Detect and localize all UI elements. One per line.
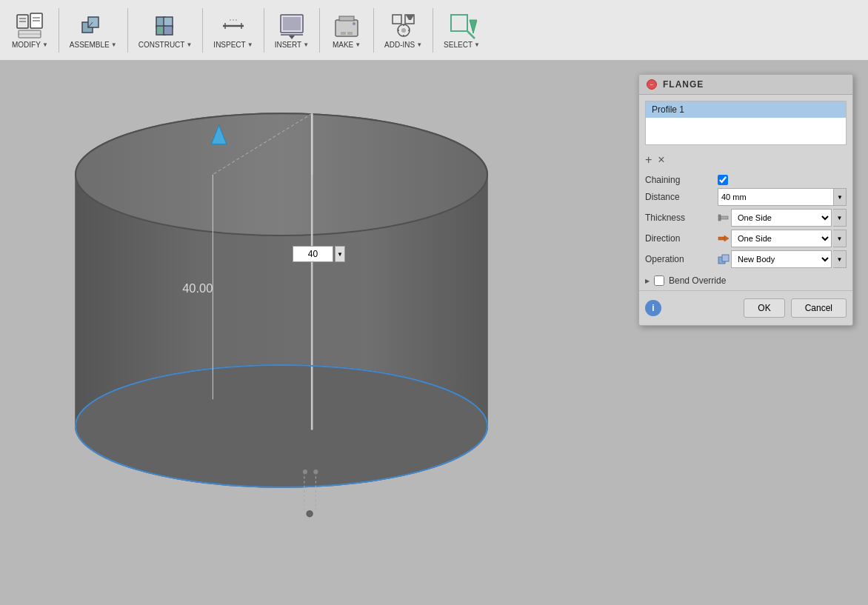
svg-rect-20: [283, 17, 301, 30]
distance-dropdown-arrow[interactable]: ▼: [833, 188, 847, 206]
toolbar-assemble[interactable]: ASSEMBLE ▼: [64, 8, 123, 52]
svg-rect-25: [341, 32, 346, 35]
modify-label: MODIFY ▼: [12, 41, 48, 49]
modify-arrow-icon: ▼: [42, 41, 48, 48]
operation-label: Operation: [645, 254, 712, 264]
svg-rect-57: [721, 216, 728, 219]
divider-7: [433, 8, 433, 53]
direction-label: Direction: [645, 233, 712, 244]
bend-override-expand-icon[interactable]: ▶: [645, 278, 650, 284]
bend-override-checkbox[interactable]: [654, 275, 664, 286]
addins-arrow-icon: ▼: [416, 41, 422, 48]
insert-icon: [277, 11, 307, 41]
dimension-input-container: ▼: [293, 246, 345, 262]
toolbar-make[interactable]: MAKE ▼: [324, 8, 369, 52]
toolbar-select[interactable]: SELECT ▼: [438, 8, 486, 52]
3d-model: 40.00: [22, 98, 541, 579]
select-label: SELECT ▼: [444, 41, 480, 49]
divider-6: [373, 8, 374, 53]
dimension-input[interactable]: [293, 246, 333, 262]
addins-icon: [389, 11, 418, 41]
svg-rect-14: [164, 26, 173, 35]
bend-override-label: Bend Override: [669, 275, 726, 286]
profile-add-button[interactable]: +: [645, 154, 652, 166]
svg-point-53: [307, 511, 313, 517]
profile-remove-button[interactable]: ×: [658, 154, 664, 166]
assemble-label: ASSEMBLE ▼: [70, 41, 117, 49]
direction-select[interactable]: One Side Symmetric Two Sides: [731, 230, 832, 247]
construct-icon: [150, 11, 180, 41]
distance-label: Distance: [645, 192, 712, 202]
direction-select-arrow[interactable]: ▼: [833, 230, 847, 247]
svg-text:40.00: 40.00: [182, 281, 213, 295]
flange-title-bar: − FLANGE: [639, 75, 852, 95]
profile-list-area: Profile 1: [645, 101, 847, 145]
toolbar-addins[interactable]: ADD-INS ▼: [378, 8, 428, 52]
profile-actions: + ×: [639, 151, 852, 172]
thickness-value: One Side Two Sides ▼: [718, 209, 847, 227]
svg-point-43: [76, 113, 487, 235]
divider-2: [127, 8, 128, 53]
svg-point-54: [303, 469, 307, 474]
ok-button[interactable]: OK: [744, 298, 784, 318]
toolbar-construct[interactable]: CONSTRUCT ▼: [133, 8, 198, 52]
svg-rect-36: [451, 15, 467, 31]
svg-rect-26: [347, 32, 353, 35]
flange-panel: − FLANGE Profile 1 + × Chaining Distance…: [638, 74, 853, 326]
panel-bottom: i OK Cancel: [639, 290, 852, 325]
operation-icon: [718, 253, 730, 265]
divider-3: [202, 8, 203, 53]
bend-override-row: ▶ Bend Override: [639, 271, 852, 290]
action-buttons: OK Cancel: [744, 298, 847, 318]
direction-icon: [718, 233, 730, 244]
svg-point-31: [401, 28, 406, 33]
operation-select-arrow[interactable]: ▼: [833, 250, 847, 268]
addins-label: ADD-INS ▼: [384, 41, 422, 49]
thickness-select-arrow[interactable]: ▼: [833, 209, 847, 227]
svg-marker-22: [289, 36, 295, 39]
toolbar-modify[interactable]: MODIFY ▼: [6, 8, 54, 52]
select-arrow-icon: ▼: [474, 41, 480, 48]
flange-title: FLANGE: [663, 79, 704, 90]
svg-point-27: [353, 22, 355, 25]
assemble-icon: [79, 11, 108, 41]
dimension-arrow-btn[interactable]: ▼: [335, 246, 345, 262]
divider-4: [264, 8, 264, 53]
inspect-label: INSPECT ▼: [213, 41, 253, 49]
make-icon: [332, 11, 361, 41]
thickness-select[interactable]: One Side Two Sides: [731, 209, 832, 227]
svg-rect-28: [393, 15, 401, 24]
profile-item[interactable]: Profile 1: [646, 101, 846, 118]
operation-select[interactable]: New Body Join Cut Intersect: [731, 250, 832, 268]
direction-value: One Side Symmetric Two Sides ▼: [718, 230, 847, 247]
svg-rect-58: [718, 237, 724, 240]
construct-arrow-icon: ▼: [186, 41, 192, 48]
chaining-value: [718, 175, 847, 185]
toolbar-insert[interactable]: INSERT ▼: [269, 8, 315, 52]
svg-marker-59: [724, 235, 729, 241]
distance-value: ▼: [718, 188, 847, 206]
insert-label: INSERT ▼: [275, 41, 309, 49]
svg-point-42: [76, 365, 487, 487]
cancel-button[interactable]: Cancel: [791, 298, 847, 318]
chaining-label: Chaining: [645, 175, 712, 185]
svg-point-55: [313, 469, 318, 474]
properties-grid: Chaining Distance ▼ Thickness One Side T…: [639, 172, 852, 271]
divider-5: [319, 8, 320, 53]
info-button[interactable]: i: [645, 300, 661, 316]
divider-1: [59, 8, 59, 53]
svg-rect-61: [722, 255, 729, 261]
distance-input-wrap: ▼: [718, 188, 847, 206]
flange-close-button[interactable]: −: [647, 79, 657, 90]
insert-arrow-icon: ▼: [303, 41, 309, 48]
select-icon: [447, 11, 477, 41]
svg-rect-24: [339, 16, 354, 21]
chaining-checkbox[interactable]: [718, 175, 728, 185]
operation-value: New Body Join Cut Intersect ▼: [718, 250, 847, 268]
svg-rect-56: [718, 215, 721, 221]
inspect-icon: [218, 11, 248, 41]
inspect-arrow-icon: ▼: [247, 41, 253, 48]
toolbar-inspect[interactable]: INSPECT ▼: [207, 8, 258, 52]
distance-input[interactable]: [718, 188, 833, 206]
assemble-arrow-icon: ▼: [111, 41, 117, 48]
